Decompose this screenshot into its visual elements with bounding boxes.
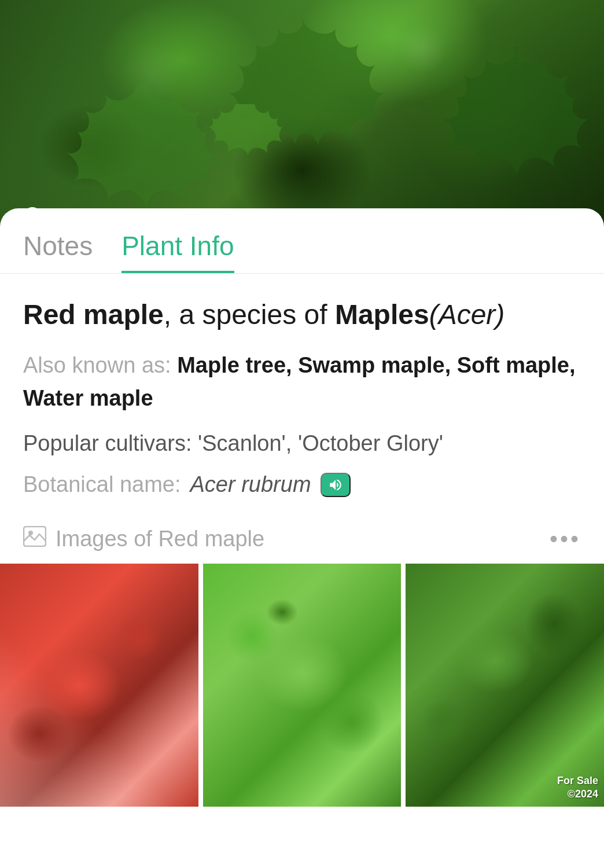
sound-button[interactable] [321,473,351,497]
images-label: Images of Red maple [23,526,264,552]
speaker-icon [328,477,343,492]
image-icon [23,526,46,552]
also-known-row: Also known as: Maple tree, Swamp maple, … [23,349,581,415]
images-grid: For Sale©2024 [0,564,604,807]
clock-icon [23,207,42,226]
images-section-label: Images of Red maple [56,527,264,551]
botanical-row: Botanical name: Acer rubrum [23,472,581,497]
cultivars-values: 'Scanlon', 'October Glory' [198,431,443,455]
tab-notes[interactable]: Notes [23,230,93,273]
species-prefix: , a species of [164,299,335,330]
botanical-value: Acer rubrum [190,472,311,497]
image-watermark: For Sale©2024 [557,774,598,801]
plant-title: Red maple, a species of Maples(Acer) [23,297,581,333]
plant-info-section: Red maple, a species of Maples(Acer) Als… [0,274,604,497]
leaf-svg-overlay [0,0,604,243]
common-name: Red maple [23,299,164,330]
more-options-button[interactable]: ••• [550,526,581,552]
content-card: Notes Plant Info Red maple, a species of… [0,208,604,868]
image-red-maple[interactable] [0,564,198,807]
botanical-label: Botanical name: [23,472,181,497]
tab-plant-info[interactable]: Plant Info [121,230,234,273]
also-known-label: Also known as: [23,353,177,377]
genus-name: Maples [335,299,429,330]
hero-image: June 25 [0,0,604,243]
images-section-header: Images of Red maple ••• [0,526,604,552]
cultivars-label: Popular cultivars: [23,431,198,455]
image-green-leaves[interactable] [203,564,402,807]
date-badge: June 25 [23,207,106,226]
image-sapling[interactable]: For Sale©2024 [406,564,604,807]
svg-point-1 [28,531,33,535]
cultivars-row: Popular cultivars: 'Scanlon', 'October G… [23,431,581,456]
hero-date: June 25 [49,207,106,226]
genus-latin: (Acer) [429,299,505,330]
